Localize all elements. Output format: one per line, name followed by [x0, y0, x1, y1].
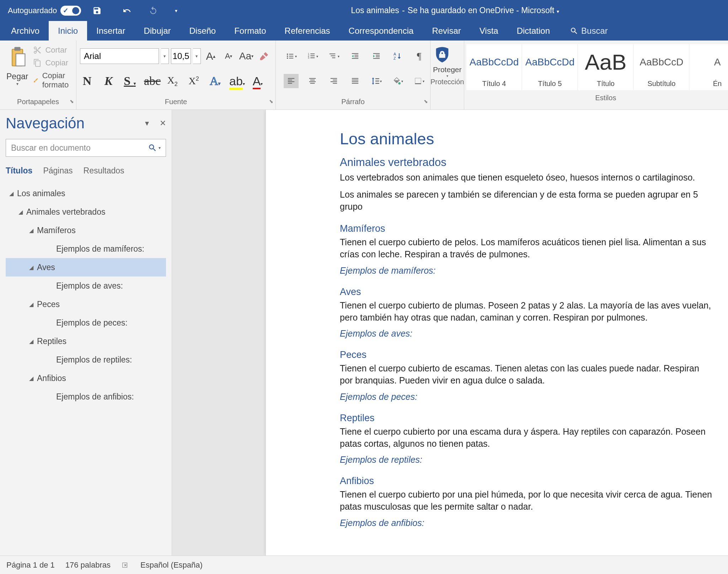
collapse-arrow-icon[interactable]: ◢	[18, 209, 26, 215]
toggle-switch-icon[interactable]	[60, 6, 81, 16]
doc-paragraph[interactable]: Tienen el cuerpo cubierto de escamas. Ti…	[340, 363, 714, 387]
qat-customize-icon[interactable]: ▾	[170, 5, 182, 17]
tab-diseño[interactable]: Diseño	[180, 21, 225, 41]
style-én[interactable]: AÉn	[690, 44, 728, 90]
doc-paragraph[interactable]: Tienen el cuerpo cubierto por una piel h…	[340, 489, 714, 513]
tree-item[interactable]: ◢Animales vertebrados	[6, 203, 166, 221]
collapse-arrow-icon[interactable]: ◢	[9, 190, 17, 197]
pane-options-icon[interactable]: ▾	[145, 119, 149, 128]
font-size-select[interactable]: 10,5	[171, 48, 191, 64]
undo-icon[interactable]	[121, 5, 133, 17]
tab-inicio[interactable]: Inicio	[49, 21, 87, 41]
copy-button[interactable]: Copiar	[33, 58, 73, 68]
underline-button[interactable]: S ▾	[123, 74, 137, 88]
doc-heading-2[interactable]: Reptiles	[340, 413, 714, 424]
close-pane-icon[interactable]: ✕	[160, 119, 166, 128]
clear-formatting-button[interactable]	[256, 48, 272, 64]
tab-revisar[interactable]: Revisar	[423, 21, 470, 41]
doc-paragraph[interactable]: Los vertebrados son animales que tienen …	[340, 172, 714, 184]
doc-paragraph[interactable]: Los animales se parecen y también se dif…	[340, 189, 714, 213]
doc-paragraph[interactable]: Tiene el cuerpo cubierto por una escama …	[340, 426, 714, 450]
line-spacing-button[interactable]: ▾	[369, 74, 384, 88]
font-family-dropdown-icon[interactable]: ▾	[161, 48, 169, 64]
doc-heading-3[interactable]: Ejemplos de anfibios:	[340, 518, 714, 528]
doc-heading-3[interactable]: Ejemplos de reptiles:	[340, 455, 714, 465]
text-effects-button[interactable]: A▾	[208, 74, 222, 88]
language-indicator[interactable]: Español (España)	[140, 560, 203, 570]
italic-button[interactable]: K	[101, 74, 116, 88]
search-icon[interactable]	[148, 143, 157, 152]
style-título-5[interactable]: AaBbCcDdTítulo 5	[522, 44, 577, 90]
bullets-button[interactable]: ▾	[284, 49, 299, 63]
font-size-dropdown-icon[interactable]: ▾	[193, 48, 201, 64]
cut-button[interactable]: Cortar	[33, 45, 73, 55]
align-right-button[interactable]	[326, 74, 341, 88]
tree-item[interactable]: ◢Aves	[6, 258, 166, 277]
tab-archivo[interactable]: Archivo	[2, 21, 49, 41]
decrease-indent-button[interactable]	[348, 49, 363, 63]
tab-referencias[interactable]: Referencias	[275, 21, 339, 41]
document-area[interactable]: Los animales Animales vertebradosLos ver…	[172, 110, 728, 556]
doc-heading-3[interactable]: Ejemplos de peces:	[340, 392, 714, 402]
nav-tab-titles[interactable]: Títulos	[6, 166, 32, 176]
font-color-button[interactable]: A▾	[251, 74, 265, 88]
tab-dictation[interactable]: Dictation	[508, 21, 559, 41]
grow-font-button[interactable]: A▴	[203, 48, 219, 64]
redo-icon[interactable]	[147, 5, 159, 17]
protect-button[interactable]: Proteger ▾	[433, 45, 462, 78]
paste-button[interactable]: Pegar ▾	[4, 43, 31, 95]
autosave-toggle[interactable]: Autoguardado	[8, 6, 81, 16]
tab-correspondencia[interactable]: Correspondencia	[339, 21, 423, 41]
tree-item[interactable]: Ejemplos de aves:	[6, 277, 166, 295]
doc-heading-1[interactable]: Animales vertebrados	[340, 156, 714, 169]
collapse-arrow-icon[interactable]: ◢	[29, 338, 37, 345]
style-título-4[interactable]: AaBbCcDdTítulo 4	[466, 44, 521, 90]
dialog-launcher-icon[interactable]: ⬊	[424, 98, 428, 104]
increase-indent-button[interactable]	[369, 49, 384, 63]
subscript-button[interactable]: X2	[165, 75, 180, 87]
save-icon[interactable]	[91, 5, 103, 17]
justify-button[interactable]	[348, 74, 363, 88]
font-family-select[interactable]: Arial	[80, 48, 159, 64]
shading-button[interactable]: ▾	[390, 74, 405, 88]
strikethrough-button[interactable]: abc	[144, 74, 158, 88]
doc-heading-2[interactable]: Peces	[340, 349, 714, 360]
tree-item[interactable]: ◢Los animales	[6, 184, 166, 203]
page-indicator[interactable]: Página 1 de 1	[6, 560, 55, 570]
navigation-search[interactable]: ▾	[6, 139, 166, 157]
doc-heading-3[interactable]: Ejemplos de aves:	[340, 328, 714, 339]
search-input[interactable]	[11, 143, 148, 153]
collapse-arrow-icon[interactable]: ◢	[29, 227, 37, 234]
align-left-button[interactable]	[284, 74, 299, 88]
document-page[interactable]: Los animales Animales vertebradosLos ver…	[266, 110, 728, 556]
collapse-arrow-icon[interactable]: ◢	[29, 375, 37, 382]
doc-heading-2[interactable]: Anfibios	[340, 476, 714, 487]
highlight-button[interactable]: ab▾	[229, 74, 243, 88]
doc-heading-2[interactable]: Aves	[340, 286, 714, 297]
tab-insertar[interactable]: Insertar	[87, 21, 134, 41]
format-painter-button[interactable]: Copiar formato	[33, 71, 73, 90]
tree-item[interactable]: Ejemplos de reptiles:	[6, 350, 166, 369]
multilevel-list-button[interactable]: ▾	[326, 49, 341, 63]
tree-item[interactable]: ◢Peces	[6, 295, 166, 313]
dialog-launcher-icon[interactable]: ⬊	[70, 98, 74, 104]
tab-formato[interactable]: Formato	[225, 21, 275, 41]
nav-tab-pages[interactable]: Páginas	[43, 166, 73, 176]
style-título[interactable]: AaBTítulo	[578, 44, 633, 90]
spellcheck-icon[interactable]: ✕	[121, 561, 130, 569]
tree-item[interactable]: Ejemplos de peces:	[6, 313, 166, 332]
tree-item[interactable]: Ejemplos de mamíferos:	[6, 240, 166, 258]
show-marks-button[interactable]: ¶	[412, 49, 427, 63]
tree-item[interactable]: Ejemplos de anfibios:	[6, 387, 166, 406]
shrink-font-button[interactable]: A▾	[221, 48, 236, 64]
doc-title[interactable]: Los animales	[340, 130, 714, 148]
doc-paragraph[interactable]: Tienen el cuerpo cubierto de pelos. Los …	[340, 236, 714, 261]
tab-vista[interactable]: Vista	[470, 21, 508, 41]
doc-heading-2[interactable]: Mamíferos	[340, 223, 714, 234]
align-center-button[interactable]	[305, 74, 320, 88]
numbering-button[interactable]: 123▾	[305, 49, 320, 63]
tell-me-search[interactable]: Buscar	[570, 26, 608, 36]
tree-item[interactable]: ◢Mamíferos	[6, 221, 166, 240]
superscript-button[interactable]: X2	[187, 75, 201, 87]
tree-item[interactable]: ◢Reptiles	[6, 332, 166, 350]
